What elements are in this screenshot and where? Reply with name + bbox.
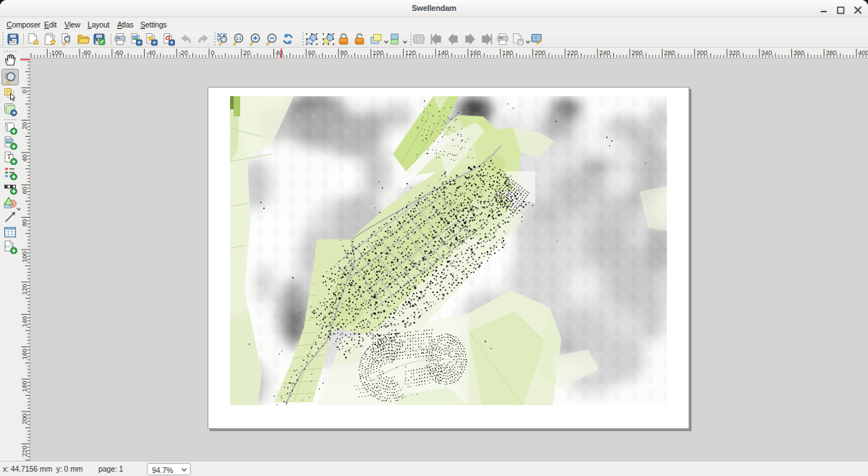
svg-text:1:1: 1:1 xyxy=(236,36,241,41)
svg-text:80: 80 xyxy=(21,219,28,226)
svg-text:60: 60 xyxy=(21,187,28,194)
svg-text:40: 40 xyxy=(21,154,28,161)
svg-text:0: 0 xyxy=(21,90,28,93)
svg-text:0: 0 xyxy=(211,49,215,56)
svg-text:120: 120 xyxy=(21,284,28,294)
svg-text:20: 20 xyxy=(21,122,28,129)
svg-text:100: 100 xyxy=(21,252,28,263)
svg-text:200: 200 xyxy=(21,413,28,424)
svg-text:140: 140 xyxy=(21,316,28,327)
svg-text:160: 160 xyxy=(21,349,28,360)
svg-text:T: T xyxy=(7,153,11,161)
svg-text:220: 220 xyxy=(21,446,28,456)
svg-text:180: 180 xyxy=(21,381,28,392)
